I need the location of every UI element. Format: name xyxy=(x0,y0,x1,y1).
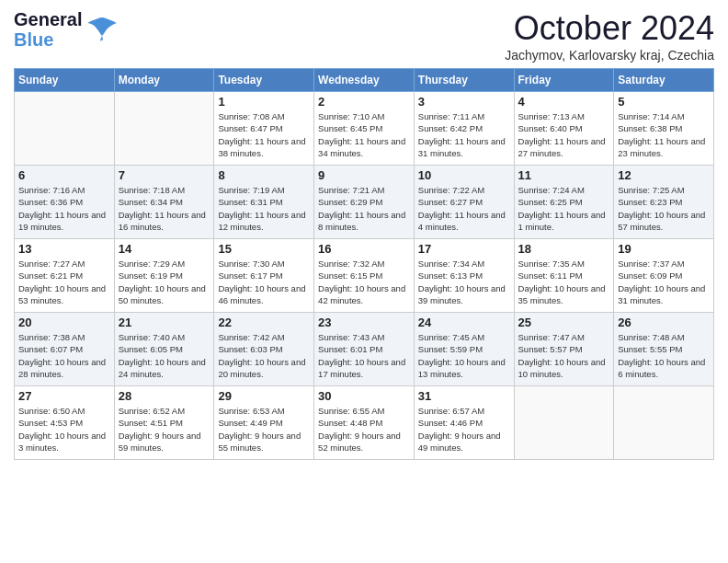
col-thursday: Thursday xyxy=(414,69,514,92)
table-row: 21Sunrise: 7:40 AM Sunset: 6:05 PM Dayli… xyxy=(114,313,214,386)
calendar-week-row: 20Sunrise: 7:38 AM Sunset: 6:07 PM Dayli… xyxy=(15,313,714,386)
day-info: Sunrise: 7:16 AM Sunset: 6:36 PM Dayligh… xyxy=(18,184,110,233)
day-info: Sunrise: 7:34 AM Sunset: 6:13 PM Dayligh… xyxy=(418,258,510,306)
day-info: Sunrise: 6:50 AM Sunset: 4:53 PM Dayligh… xyxy=(18,405,110,454)
table-row: 7Sunrise: 7:18 AM Sunset: 6:34 PM Daylig… xyxy=(114,166,214,239)
table-row: 27Sunrise: 6:50 AM Sunset: 4:53 PM Dayli… xyxy=(15,386,115,460)
day-number: 13 xyxy=(18,242,110,256)
day-info: Sunrise: 7:47 AM Sunset: 5:57 PM Dayligh… xyxy=(518,331,610,380)
table-row: 1Sunrise: 7:08 AM Sunset: 6:47 PM Daylig… xyxy=(214,92,314,166)
day-info: Sunrise: 6:57 AM Sunset: 4:46 PM Dayligh… xyxy=(418,405,510,454)
day-info: Sunrise: 7:35 AM Sunset: 6:11 PM Dayligh… xyxy=(518,258,610,306)
day-number: 17 xyxy=(418,242,510,256)
day-number: 16 xyxy=(318,242,410,256)
title-block: October 2024 Jachymov, Karlovarsky kraj,… xyxy=(505,9,714,63)
table-row xyxy=(15,92,115,166)
col-sunday: Sunday xyxy=(15,69,115,92)
day-number: 28 xyxy=(119,389,210,403)
col-monday: Monday xyxy=(114,69,214,92)
day-number: 12 xyxy=(618,168,710,182)
day-number: 9 xyxy=(318,168,410,182)
day-number: 25 xyxy=(518,316,610,329)
day-number: 26 xyxy=(618,316,710,329)
logo-text: General Blue xyxy=(14,9,82,50)
table-row: 14Sunrise: 7:29 AM Sunset: 6:19 PM Dayli… xyxy=(114,239,214,313)
table-row: 10Sunrise: 7:22 AM Sunset: 6:27 PM Dayli… xyxy=(414,166,514,239)
table-row: 30Sunrise: 6:55 AM Sunset: 4:48 PM Dayli… xyxy=(314,386,415,460)
table-row: 5Sunrise: 7:14 AM Sunset: 6:38 PM Daylig… xyxy=(614,92,714,166)
day-info: Sunrise: 7:24 AM Sunset: 6:25 PM Dayligh… xyxy=(518,184,610,233)
day-info: Sunrise: 7:27 AM Sunset: 6:21 PM Dayligh… xyxy=(18,258,110,306)
table-row: 12Sunrise: 7:25 AM Sunset: 6:23 PM Dayli… xyxy=(614,166,714,239)
day-info: Sunrise: 7:43 AM Sunset: 6:01 PM Dayligh… xyxy=(318,331,410,380)
logo-bird-icon xyxy=(85,16,119,43)
day-number: 1 xyxy=(218,95,310,109)
day-number: 18 xyxy=(518,242,610,256)
calendar-header-row: Sunday Monday Tuesday Wednesday Thursday… xyxy=(15,69,714,92)
table-row: 23Sunrise: 7:43 AM Sunset: 6:01 PM Dayli… xyxy=(314,313,415,386)
table-row: 25Sunrise: 7:47 AM Sunset: 5:57 PM Dayli… xyxy=(514,313,614,386)
day-info: Sunrise: 7:14 AM Sunset: 6:38 PM Dayligh… xyxy=(618,110,710,159)
day-number: 3 xyxy=(418,95,510,109)
day-info: Sunrise: 7:30 AM Sunset: 6:17 PM Dayligh… xyxy=(218,258,310,306)
table-row: 6Sunrise: 7:16 AM Sunset: 6:36 PM Daylig… xyxy=(15,166,115,239)
table-row: 15Sunrise: 7:30 AM Sunset: 6:17 PM Dayli… xyxy=(214,239,314,313)
day-info: Sunrise: 7:21 AM Sunset: 6:29 PM Dayligh… xyxy=(318,184,410,233)
day-number: 7 xyxy=(119,168,210,182)
table-row: 24Sunrise: 7:45 AM Sunset: 5:59 PM Dayli… xyxy=(414,313,514,386)
day-number: 31 xyxy=(418,389,510,403)
day-number: 15 xyxy=(218,242,310,256)
day-info: Sunrise: 7:42 AM Sunset: 6:03 PM Dayligh… xyxy=(218,331,310,380)
table-row: 28Sunrise: 6:52 AM Sunset: 4:51 PM Dayli… xyxy=(114,386,214,460)
day-info: Sunrise: 7:18 AM Sunset: 6:34 PM Dayligh… xyxy=(119,184,210,233)
table-row: 31Sunrise: 6:57 AM Sunset: 4:46 PM Dayli… xyxy=(414,386,514,460)
day-number: 10 xyxy=(418,168,510,182)
table-row: 26Sunrise: 7:48 AM Sunset: 5:55 PM Dayli… xyxy=(614,313,714,386)
table-row: 17Sunrise: 7:34 AM Sunset: 6:13 PM Dayli… xyxy=(414,239,514,313)
table-row: 4Sunrise: 7:13 AM Sunset: 6:40 PM Daylig… xyxy=(514,92,614,166)
day-number: 14 xyxy=(119,242,210,256)
day-number: 6 xyxy=(18,168,110,182)
table-row: 19Sunrise: 7:37 AM Sunset: 6:09 PM Dayli… xyxy=(614,239,714,313)
col-tuesday: Tuesday xyxy=(214,69,314,92)
table-row: 20Sunrise: 7:38 AM Sunset: 6:07 PM Dayli… xyxy=(15,313,115,386)
col-wednesday: Wednesday xyxy=(314,69,415,92)
day-number: 30 xyxy=(318,389,410,403)
col-friday: Friday xyxy=(514,69,614,92)
location-subtitle: Jachymov, Karlovarsky kraj, Czechia xyxy=(505,48,714,63)
table-row: 9Sunrise: 7:21 AM Sunset: 6:29 PM Daylig… xyxy=(314,166,415,239)
calendar-week-row: 1Sunrise: 7:08 AM Sunset: 6:47 PM Daylig… xyxy=(15,92,714,166)
table-row: 3Sunrise: 7:11 AM Sunset: 6:42 PM Daylig… xyxy=(414,92,514,166)
day-info: Sunrise: 7:08 AM Sunset: 6:47 PM Dayligh… xyxy=(218,110,310,159)
col-saturday: Saturday xyxy=(614,69,714,92)
day-info: Sunrise: 7:40 AM Sunset: 6:05 PM Dayligh… xyxy=(119,331,210,380)
day-number: 19 xyxy=(618,242,710,256)
day-info: Sunrise: 7:19 AM Sunset: 6:31 PM Dayligh… xyxy=(218,184,310,233)
month-title: October 2024 xyxy=(505,9,714,48)
day-number: 23 xyxy=(318,316,410,329)
table-row: 13Sunrise: 7:27 AM Sunset: 6:21 PM Dayli… xyxy=(15,239,115,313)
day-number: 8 xyxy=(218,168,310,182)
table-row: 22Sunrise: 7:42 AM Sunset: 6:03 PM Dayli… xyxy=(214,313,314,386)
day-number: 4 xyxy=(518,95,610,109)
day-info: Sunrise: 6:53 AM Sunset: 4:49 PM Dayligh… xyxy=(218,405,310,454)
table-row: 29Sunrise: 6:53 AM Sunset: 4:49 PM Dayli… xyxy=(214,386,314,460)
table-row: 16Sunrise: 7:32 AM Sunset: 6:15 PM Dayli… xyxy=(314,239,415,313)
day-number: 29 xyxy=(218,389,310,403)
day-info: Sunrise: 7:22 AM Sunset: 6:27 PM Dayligh… xyxy=(418,184,510,233)
day-info: Sunrise: 7:25 AM Sunset: 6:23 PM Dayligh… xyxy=(618,184,710,233)
day-info: Sunrise: 7:48 AM Sunset: 5:55 PM Dayligh… xyxy=(618,331,710,380)
table-row xyxy=(114,92,214,166)
day-number: 2 xyxy=(318,95,410,109)
calendar-week-row: 27Sunrise: 6:50 AM Sunset: 4:53 PM Dayli… xyxy=(15,386,714,460)
day-info: Sunrise: 6:55 AM Sunset: 4:48 PM Dayligh… xyxy=(318,405,410,454)
logo: General Blue xyxy=(14,9,119,50)
day-info: Sunrise: 7:10 AM Sunset: 6:45 PM Dayligh… xyxy=(318,110,410,159)
calendar-week-row: 13Sunrise: 7:27 AM Sunset: 6:21 PM Dayli… xyxy=(15,239,714,313)
calendar-table: Sunday Monday Tuesday Wednesday Thursday… xyxy=(14,68,714,460)
calendar-week-row: 6Sunrise: 7:16 AM Sunset: 6:36 PM Daylig… xyxy=(15,166,714,239)
day-number: 5 xyxy=(618,95,710,109)
day-info: Sunrise: 7:13 AM Sunset: 6:40 PM Dayligh… xyxy=(518,110,610,159)
table-row: 11Sunrise: 7:24 AM Sunset: 6:25 PM Dayli… xyxy=(514,166,614,239)
day-info: Sunrise: 7:29 AM Sunset: 6:19 PM Dayligh… xyxy=(119,258,210,306)
